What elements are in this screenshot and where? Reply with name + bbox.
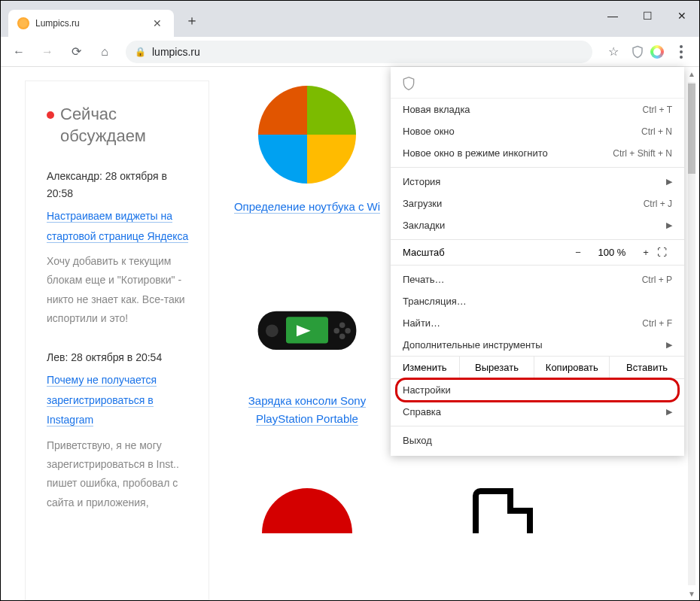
reload-button[interactable]: ⟳ — [64, 40, 88, 64]
menu-label: Новая вкладка — [403, 104, 470, 115]
sidebar-heading-text: Сейчас обсуждаем — [60, 104, 195, 147]
window-controls: ― ☐ ✕ — [595, 1, 699, 31]
svg-point-6 — [333, 328, 339, 333]
svg-point-5 — [339, 334, 345, 339]
close-window-button[interactable]: ✕ — [665, 1, 699, 31]
menu-more-tools[interactable]: Дополнительные инструменты▶ — [391, 334, 684, 356]
card-link[interactable]: Зарядка консоли Sony PlayStation Portabl… — [248, 394, 366, 426]
discussion-link[interactable]: Настраиваем виджеты на стартовой страниц… — [47, 210, 188, 243]
sidebar-heading: Сейчас обсуждаем — [47, 104, 195, 147]
maximize-button[interactable]: ☐ — [630, 1, 665, 31]
card-thumb — [450, 458, 555, 563]
menu-find[interactable]: Найти…Ctrl + F — [391, 312, 684, 334]
menu-separator — [391, 239, 684, 240]
chevron-right-icon: ▶ — [666, 340, 672, 350]
menu-label: Настройки — [403, 384, 451, 396]
menu-settings[interactable]: Настройки — [391, 379, 684, 401]
discussion-body: Хочу добавить к текущим блокам еще и "Ко… — [47, 252, 195, 328]
chrome-menu-button[interactable] — [669, 40, 693, 64]
menu-label: Справка — [403, 406, 441, 417]
chevron-right-icon: ▶ — [666, 220, 672, 230]
menu-label: Загрузки — [403, 198, 442, 209]
menu-zoom-row: Масштаб − 100 % + ⛶ — [391, 243, 684, 262]
menu-incognito[interactable]: Новое окно в режиме инкогнитоCtrl + Shif… — [391, 142, 684, 164]
menu-separator — [391, 265, 684, 266]
menu-separator — [391, 426, 684, 426]
svg-point-4 — [345, 328, 350, 333]
red-dot-icon — [47, 111, 54, 119]
chevron-right-icon: ▶ — [666, 177, 672, 187]
vertical-scrollbar[interactable]: ▲ ▼ — [686, 67, 698, 600]
menu-label: Печать… — [403, 274, 445, 285]
menu-shortcut: Ctrl + N — [641, 126, 672, 137]
new-tab-button[interactable]: ＋ — [181, 10, 202, 31]
back-button[interactable]: ← — [7, 40, 31, 64]
scroll-down-icon[interactable]: ▼ — [686, 587, 698, 600]
article-card: Зарядка консоли Sony PlayStation Portabl… — [232, 276, 382, 428]
menu-shortcut: Ctrl + P — [642, 275, 672, 285]
browser-tab[interactable]: Lumpics.ru ✕ — [8, 10, 174, 37]
menu-extension-row[interactable] — [391, 71, 684, 99]
menu-separator — [391, 167, 684, 168]
sidebar-discussion-box: Сейчас обсуждаем Александр: 28 октября в… — [25, 80, 209, 600]
windows-logo-icon — [258, 86, 356, 184]
bookmark-star-icon[interactable]: ☆ — [601, 40, 625, 64]
tab-title: Lumpics.ru — [35, 18, 150, 29]
browser-toolbar: ← → ⟳ ⌂ 🔒 lumpics.ru ☆ — [1, 37, 699, 67]
menu-print[interactable]: Печать…Ctrl + P — [391, 269, 684, 290]
menu-cast[interactable]: Трансляция… — [391, 290, 684, 312]
close-tab-icon[interactable]: ✕ — [150, 17, 165, 29]
menu-label: Закладки — [403, 220, 445, 231]
menu-cut[interactable]: Вырезать — [459, 357, 534, 378]
tab-favicon — [17, 17, 29, 29]
zoom-in-button[interactable]: + — [635, 247, 657, 258]
url-text: lumpics.ru — [152, 46, 200, 58]
card-link[interactable]: Определение ноутбука с Wi — [234, 200, 380, 214]
menu-bookmarks[interactable]: Закладки▶ — [391, 214, 684, 236]
card-thumb — [254, 458, 360, 563]
menu-label: Масштаб — [403, 247, 567, 258]
zoom-percent: 100 % — [589, 247, 635, 258]
menu-shortcut: Ctrl + Shift + N — [613, 148, 672, 159]
menu-new-tab[interactable]: Новая вкладкаCtrl + T — [391, 99, 684, 120]
menu-history[interactable]: История▶ — [391, 171, 684, 193]
fullscreen-icon[interactable]: ⛶ — [657, 247, 672, 258]
discussion-link[interactable]: Почему не получается зарегистрироваться … — [47, 374, 157, 426]
home-button[interactable]: ⌂ — [93, 40, 117, 64]
menu-label: Новое окно — [403, 126, 455, 137]
menu-label: Изменить — [391, 357, 459, 378]
address-bar[interactable]: 🔒 lumpics.ru — [126, 41, 592, 63]
menu-label: История — [403, 176, 440, 187]
shield-icon — [401, 76, 416, 91]
menu-edit-row: Изменить Вырезать Копировать Вставить — [391, 356, 684, 379]
extension-colorpicker-icon[interactable] — [650, 44, 665, 59]
menu-copy[interactable]: Копировать — [534, 357, 609, 378]
menu-new-window[interactable]: Новое окноCtrl + N — [391, 120, 684, 142]
menu-help[interactable]: Справка▶ — [391, 401, 684, 423]
extension-shield-icon[interactable] — [630, 44, 645, 59]
forward-button[interactable]: → — [35, 40, 59, 64]
menu-label: Трансляция… — [403, 296, 467, 307]
menu-exit[interactable]: Выход — [391, 430, 684, 451]
chrome-menu: Новая вкладкаCtrl + T Новое окноCtrl + N… — [391, 67, 684, 456]
menu-shortcut: Ctrl + F — [642, 318, 672, 329]
psp-icon — [254, 291, 360, 366]
scroll-up-icon[interactable]: ▲ — [686, 67, 698, 80]
lock-icon: 🔒 — [135, 47, 146, 57]
article-card — [232, 458, 382, 574]
menu-label: Дополнительные инструменты — [403, 339, 543, 351]
article-card: Определение ноутбука с Wi — [232, 82, 382, 216]
svg-point-3 — [339, 323, 345, 328]
card-thumb — [254, 82, 360, 187]
article-card — [428, 458, 578, 574]
menu-downloads[interactable]: ЗагрузкиCtrl + J — [391, 193, 684, 214]
discussion-item: Александр: 28 октября в 20:58 Настраивае… — [47, 168, 195, 328]
menu-paste[interactable]: Вставить — [609, 357, 684, 378]
menu-label: Найти… — [403, 317, 440, 329]
zoom-out-button[interactable]: − — [567, 247, 589, 258]
minimize-button[interactable]: ― — [595, 1, 630, 31]
scroll-thumb[interactable] — [688, 83, 695, 174]
menu-label: Новое окно в режиме инкогнито — [403, 147, 548, 159]
dots-vertical-icon — [680, 45, 683, 59]
chevron-right-icon: ▶ — [666, 407, 672, 417]
